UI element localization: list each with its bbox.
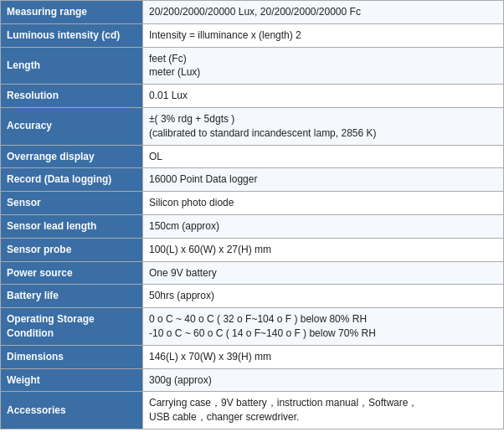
row-label: Sensor lead length [1, 214, 143, 238]
table-row: Resolution0.01 Lux [1, 85, 504, 108]
row-label: Operating Storage Condition [1, 308, 143, 346]
row-value: OL [143, 145, 504, 168]
row-value: 0.01 Lux [143, 85, 504, 108]
row-label: Accuracy [1, 107, 143, 145]
row-value: ±( 3% rdg + 5dgts )(calibrated to standa… [143, 107, 504, 145]
row-label: Record (Data logging) [1, 168, 143, 192]
row-value: Carrying case，9V battery，instruction man… [143, 392, 504, 429]
row-value: 0 o C ~ 40 o C ( 32 o F~104 o F ) below … [143, 308, 504, 346]
table-row: Operating Storage Condition0 o C ~ 40 o … [1, 308, 504, 346]
row-value: feet (Fc)meter (Lux) [143, 47, 504, 85]
row-label: Length [1, 47, 143, 85]
table-row: Overrange displayOL [1, 145, 504, 168]
row-value: 20/200/2000/20000 Lux, 20/200/2000/20000… [143, 1, 504, 24]
table-row: Sensor lead length150cm (approx) [1, 214, 504, 238]
row-value: 16000 Point Data logger [143, 168, 504, 192]
table-row: Sensor probe100(L) x 60(W) x 27(H) mm [1, 238, 504, 261]
row-label: Power source [1, 261, 143, 285]
row-value: 100(L) x 60(W) x 27(H) mm [143, 238, 504, 261]
row-label: Measuring range [1, 1, 143, 24]
row-label: Sensor probe [1, 238, 143, 261]
row-label: Weight [1, 368, 143, 392]
table-row: Measuring range20/200/2000/20000 Lux, 20… [1, 1, 504, 24]
row-label: Battery life [1, 285, 143, 308]
row-label: Dimensions [1, 345, 143, 368]
table-row: Dimensions146(L) x 70(W) x 39(H) mm [1, 345, 504, 368]
row-label: Overrange display [1, 145, 143, 168]
row-value: One 9V battery [143, 261, 504, 285]
row-value: Intensity = illuminance x (length) 2 [143, 23, 504, 47]
table-row: Record (Data logging)16000 Point Data lo… [1, 168, 504, 192]
table-row: AccessoriesCarrying case，9V battery，inst… [1, 392, 504, 429]
table-row: SensorSilicon photo diode [1, 192, 504, 215]
row-value: 150cm (approx) [143, 214, 504, 238]
row-value: 146(L) x 70(W) x 39(H) mm [143, 345, 504, 368]
row-value: 300g (approx) [143, 368, 504, 392]
specs-table: Measuring range20/200/2000/20000 Lux, 20… [0, 0, 504, 429]
row-value: 50hrs (approx) [143, 285, 504, 308]
table-row: Power sourceOne 9V battery [1, 261, 504, 285]
row-label: Resolution [1, 85, 143, 108]
table-row: Luminous intensity (cd)Intensity = illum… [1, 23, 504, 47]
table-row: Lengthfeet (Fc)meter (Lux) [1, 47, 504, 85]
row-value: Silicon photo diode [143, 192, 504, 215]
table-row: Battery life50hrs (approx) [1, 285, 504, 308]
row-label: Accessories [1, 392, 143, 429]
row-label: Sensor [1, 192, 143, 215]
table-row: Accuracy±( 3% rdg + 5dgts )(calibrated t… [1, 107, 504, 145]
row-label: Luminous intensity (cd) [1, 23, 143, 47]
table-row: Weight300g (approx) [1, 368, 504, 392]
